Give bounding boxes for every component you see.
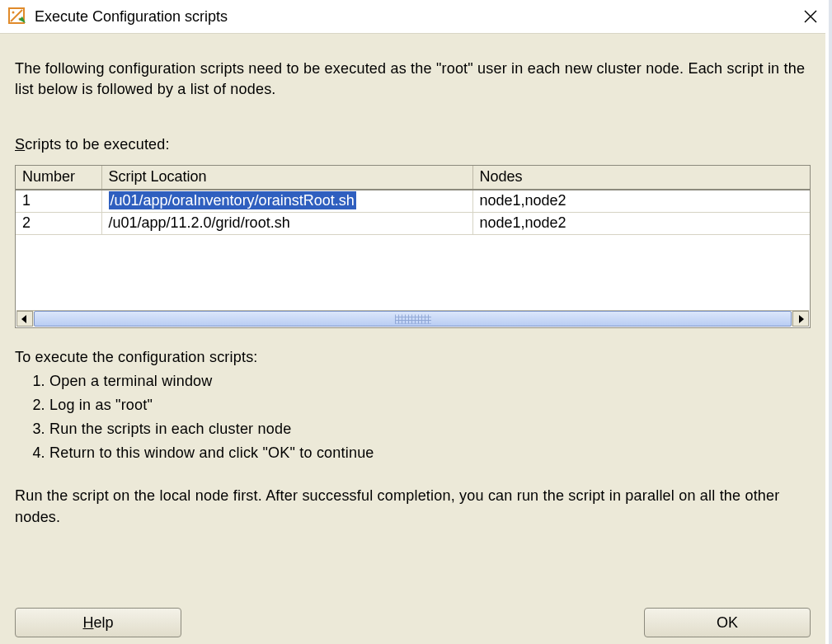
intro-text: The following configuration scripts need… bbox=[15, 59, 811, 100]
button-row: Help OK bbox=[15, 608, 811, 637]
instructions: To execute the configuration scripts: Op… bbox=[15, 346, 811, 464]
dialog-window: Execute Configuration scripts The follow… bbox=[0, 0, 832, 644]
scroll-right-button[interactable] bbox=[792, 311, 809, 327]
dialog-content: The following configuration scripts need… bbox=[0, 33, 825, 644]
table-row[interactable]: 1 /u01/app/oraInventory/orainstRoot.sh n… bbox=[16, 190, 810, 213]
header-location[interactable]: Script Location bbox=[101, 166, 472, 190]
scroll-thumb[interactable] bbox=[34, 311, 792, 327]
cell-number[interactable]: 2 bbox=[16, 213, 101, 235]
ok-button[interactable]: OK bbox=[644, 608, 811, 637]
cell-nodes[interactable]: node1,node2 bbox=[472, 213, 810, 235]
cell-location[interactable]: /u01/app/oraInventory/orainstRoot.sh bbox=[101, 190, 472, 213]
scripts-table-container: Number Script Location Nodes 1 /u01/app/… bbox=[15, 165, 811, 328]
svg-marker-7 bbox=[799, 315, 804, 323]
instructions-lead: To execute the configuration scripts: bbox=[15, 346, 811, 369]
window-title: Execute Configuration scripts bbox=[35, 8, 784, 26]
step-item: Run the scripts in each cluster node bbox=[49, 418, 811, 440]
header-nodes[interactable]: Nodes bbox=[472, 166, 810, 190]
footer-note: Run the script on the local node first. … bbox=[15, 486, 811, 527]
scroll-track[interactable] bbox=[33, 311, 792, 327]
horizontal-scrollbar[interactable] bbox=[16, 310, 809, 327]
svg-marker-6 bbox=[21, 315, 26, 323]
cell-number[interactable]: 1 bbox=[16, 190, 101, 213]
app-icon bbox=[8, 7, 26, 26]
scripts-table[interactable]: Number Script Location Nodes 1 /u01/app/… bbox=[16, 166, 810, 235]
cell-nodes[interactable]: node1,node2 bbox=[472, 190, 810, 213]
step-item: Return to this window and click "OK" to … bbox=[49, 442, 811, 464]
cell-location[interactable]: /u01/app/11.2.0/grid/root.sh bbox=[101, 213, 472, 235]
scripts-label: Scripts to be executed: bbox=[15, 136, 811, 153]
step-item: Log in as "root" bbox=[49, 394, 811, 416]
svg-point-2 bbox=[12, 12, 15, 14]
header-number[interactable]: Number bbox=[16, 166, 101, 190]
table-row[interactable]: 2 /u01/app/11.2.0/grid/root.sh node1,nod… bbox=[16, 213, 810, 235]
instructions-steps: Open a terminal window Log in as "root" … bbox=[15, 370, 811, 464]
table-header-row: Number Script Location Nodes bbox=[16, 166, 810, 190]
close-icon[interactable] bbox=[784, 10, 817, 23]
title-bar: Execute Configuration scripts bbox=[0, 0, 829, 33]
scroll-left-button[interactable] bbox=[16, 311, 33, 327]
step-item: Open a terminal window bbox=[49, 370, 811, 393]
help-button[interactable]: Help bbox=[15, 608, 181, 637]
